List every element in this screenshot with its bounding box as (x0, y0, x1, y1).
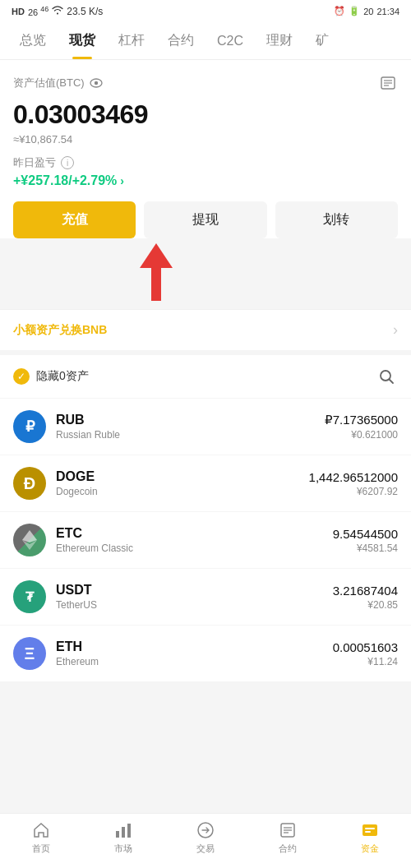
pnl-amount: +¥257.18/+2.79% (13, 173, 117, 188)
assets-filter-row: ✓ 隐藏0资产 (0, 355, 411, 399)
small-assets-label: 小额资产兑换 (13, 323, 82, 336)
bottom-nav: 首页 市场 交易 (0, 813, 411, 868)
svg-rect-18 (363, 824, 377, 836)
etc-symbol: ETC (56, 526, 333, 541)
bottom-nav-home[interactable]: 首页 (0, 820, 82, 855)
deposit-button[interactable]: 充值 (13, 201, 136, 238)
tab-mining[interactable]: 矿 (304, 22, 340, 59)
pnl-chevron-icon: › (120, 174, 124, 187)
doge-balance: 1,442.96512000 (309, 470, 398, 484)
arrow-triangle (140, 243, 173, 268)
rub-fullname: Russian Ruble (56, 429, 325, 441)
rub-balance: ₽7.17365000 (325, 413, 398, 427)
home-icon (31, 820, 51, 840)
assets-icon (360, 820, 380, 840)
bottom-nav-assets[interactable]: 资金 (329, 820, 411, 855)
network-indicator: HD (12, 7, 25, 16)
eth-info: ETH Ethereum (56, 639, 333, 667)
tab-c2c[interactable]: C2C (206, 24, 255, 58)
alarm-icon: ⏰ (334, 6, 345, 16)
tab-spot[interactable]: 现货 (58, 22, 107, 59)
bottom-nav-trade[interactable]: 交易 (164, 820, 247, 855)
rub-cny: ¥0.621000 (325, 429, 398, 441)
contract-nav-icon (278, 820, 298, 840)
list-item[interactable]: ₮ USDT TetherUS 3.21687404 ¥20.85 (0, 569, 411, 626)
market-label: 市场 (114, 843, 132, 855)
usdt-balance: 3.21687404 (333, 584, 398, 598)
list-item[interactable]: Ð DOGE Dogecoin 1,442.96512000 ¥6207.92 (0, 455, 411, 512)
tab-leverage[interactable]: 杠杆 (107, 22, 156, 59)
doge-symbol: DOGE (56, 469, 309, 484)
etc-info: ETC Ethereum Classic (56, 526, 333, 554)
tab-finance[interactable]: 理财 (255, 22, 304, 59)
assets-label: 资金 (361, 843, 379, 855)
svg-rect-12 (127, 824, 131, 838)
etc-amounts: 9.54544500 ¥4581.54 (333, 527, 398, 554)
hide-zero-toggle[interactable]: ✓ 隐藏0资产 (13, 368, 89, 385)
asset-label-text: 资产估值(BTC) (13, 76, 85, 90)
btc-value: 0.03003469 (13, 99, 398, 130)
usdt-cny: ¥20.85 (333, 599, 398, 611)
market-icon (113, 820, 133, 840)
etc-icon (13, 524, 46, 556)
svg-rect-19 (365, 828, 375, 829)
eth-icon: Ξ (13, 637, 46, 670)
arrow-annotation (132, 243, 181, 301)
eth-fullname: Ethereum (56, 656, 333, 667)
tab-contract[interactable]: 合约 (156, 22, 206, 59)
history-icon[interactable] (378, 73, 398, 93)
etc-balance: 9.54544500 (333, 527, 398, 541)
rub-icon: ₽ (13, 410, 46, 443)
status-left: HD 26 46 23.5 K/s (12, 5, 103, 17)
eye-icon[interactable] (90, 76, 103, 90)
doge-amounts: 1,442.96512000 ¥6207.92 (309, 470, 398, 497)
action-buttons: 充值 提现 划转 (13, 201, 398, 238)
eth-balance: 0.00051603 (333, 640, 398, 654)
check-icon: ✓ (13, 368, 30, 385)
battery-icon: 🔋 (349, 6, 360, 16)
transfer-button[interactable]: 划转 (275, 201, 398, 238)
svg-marker-8 (22, 530, 37, 542)
rub-symbol: RUB (56, 413, 325, 427)
doge-cny: ¥6207.92 (309, 486, 398, 497)
eth-cny: ¥11.24 (333, 656, 398, 667)
bottom-nav-market[interactable]: 市场 (82, 820, 164, 855)
svg-rect-20 (365, 831, 371, 833)
trade-label: 交易 (196, 843, 215, 855)
arrow-up (140, 243, 173, 301)
etc-fullname: Ethereum Classic (56, 542, 333, 554)
eth-amounts: 0.00051603 ¥11.24 (333, 640, 398, 667)
small-assets-highlight: BNB (82, 323, 107, 336)
bottom-nav-contract[interactable]: 合约 (247, 820, 329, 855)
usdt-info: USDT TetherUS (56, 583, 333, 611)
pnl-row: 昨日盈亏 i (13, 155, 398, 170)
speed-text: 23.5 K/s (67, 6, 103, 17)
arrow-shaft (151, 268, 161, 301)
usdt-fullname: TetherUS (56, 599, 333, 611)
nav-tabs: 总览 现货 杠杆 合约 C2C 理财 矿 (0, 22, 411, 60)
trade-icon (196, 820, 215, 840)
svg-rect-10 (116, 831, 119, 838)
home-label: 首页 (32, 843, 50, 855)
time: 21:34 (376, 7, 399, 16)
small-assets-chevron-icon: › (393, 321, 398, 339)
tab-overview[interactable]: 总览 (8, 22, 58, 59)
rub-amounts: ₽7.17365000 ¥0.621000 (325, 413, 398, 441)
svg-rect-11 (122, 827, 125, 838)
wifi-icon (52, 5, 63, 17)
small-assets-text: 小额资产兑换BNB (13, 323, 107, 338)
pnl-value: +¥257.18/+2.79% › (13, 173, 398, 188)
main-content: 资产估值(BTC) 0.03003469 ≈¥10,867.54 昨日盈亏 i … (0, 60, 411, 238)
assets-list-section: ✓ 隐藏0资产 ₽ RUB Russian Ruble ₽7.17365000 … (0, 355, 411, 682)
small-assets-bar[interactable]: 小额资产兑换BNB › (0, 309, 411, 355)
asset-label-row: 资产估值(BTC) (13, 73, 398, 93)
search-button[interactable] (375, 365, 398, 388)
pnl-label: 昨日盈亏 (13, 155, 56, 170)
svg-point-1 (94, 81, 97, 85)
pnl-info-icon[interactable]: i (61, 156, 74, 169)
list-item[interactable]: ₽ RUB Russian Ruble ₽7.17365000 ¥0.62100… (0, 399, 411, 455)
eth-symbol: ETH (56, 639, 333, 654)
list-item[interactable]: Ξ ETH Ethereum 0.00051603 ¥11.24 (0, 626, 411, 682)
list-item[interactable]: ETC Ethereum Classic 9.54544500 ¥4581.54 (0, 512, 411, 569)
withdraw-button[interactable]: 提现 (144, 201, 266, 238)
